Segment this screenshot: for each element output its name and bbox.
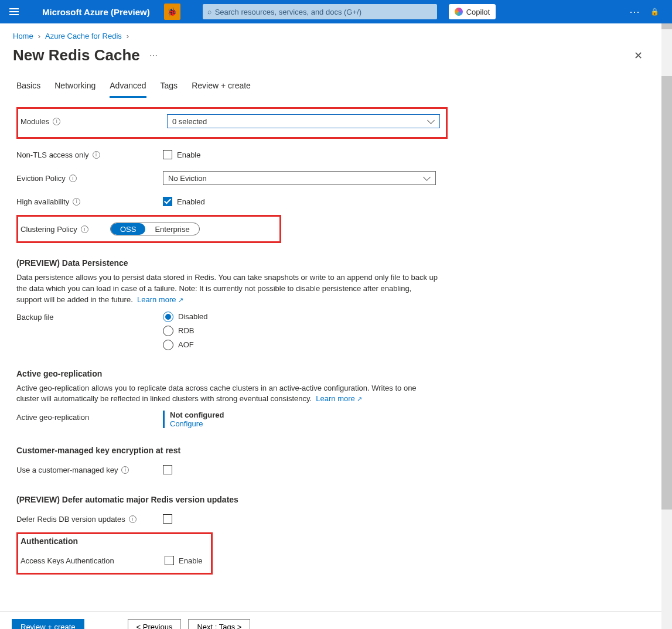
breadcrumb-home[interactable]: Home — [13, 32, 33, 40]
row-clustering: Clustering Policy i OSS Enterprise — [21, 219, 277, 239]
tab-basics[interactable]: Basics — [16, 76, 40, 98]
scroll-thumb[interactable] — [661, 23, 672, 29]
nontls-enable-label: Enable — [177, 151, 200, 159]
main-content: Basics Networking Advanced Tags Review +… — [0, 76, 672, 611]
search-box[interactable]: ⌕ — [203, 4, 437, 19]
ha-value: Enabled — [177, 197, 205, 206]
label-nontls: Non-TLS access only i — [16, 151, 163, 159]
row-defer: Defer Redis DB version updates i — [16, 509, 656, 529]
tab-tags[interactable]: Tags — [161, 76, 178, 98]
heading-defer: (PREVIEW) Defer automatic major Redis ve… — [16, 495, 656, 504]
row-modules: Modules i 0 selected — [21, 111, 444, 131]
eviction-dropdown[interactable]: No Eviction — [163, 171, 436, 185]
label-modules: Modules i — [21, 117, 167, 126]
row-ha: High availability i Enabled — [16, 192, 656, 211]
clustering-enterprise[interactable]: Enterprise — [145, 223, 199, 235]
heading-geo: Active geo-replication — [16, 369, 656, 378]
breadcrumb-service[interactable]: Azure Cache for Redis — [45, 32, 122, 40]
breadcrumb-sep2: › — [127, 32, 129, 40]
previous-button[interactable]: < Previous — [128, 619, 182, 629]
highlight-modules: Modules i 0 selected — [16, 107, 448, 139]
row-cmk: Use a customer-managed key i — [16, 460, 656, 480]
close-icon[interactable]: ✕ — [634, 49, 643, 62]
title-more-icon[interactable]: ⋯ — [149, 51, 158, 60]
geo-status-block: Not configured Configure — [163, 411, 436, 428]
clustering-toggle: OSS Enterprise — [110, 223, 200, 235]
more-icon[interactable]: ⋯ — [629, 5, 641, 18]
desc-geo: Active geo-replication allows you to rep… — [16, 383, 438, 405]
label-auth: Access Keys Authentication — [21, 556, 165, 565]
label-clustering: Clustering Policy i — [21, 225, 110, 234]
brand-label[interactable]: Microsoft Azure (Preview) — [42, 7, 150, 17]
topbar-right: ⋯ 🔒 — [629, 5, 667, 18]
info-icon[interactable]: i — [121, 466, 129, 474]
info-icon[interactable]: i — [129, 515, 137, 523]
page-title: New Redis Cache — [13, 46, 140, 64]
learn-more-persistence[interactable]: Learn more — [137, 295, 183, 304]
scroll-thumb[interactable] — [661, 76, 672, 510]
radio-disabled-label: Disabled — [178, 312, 208, 321]
radio-rdb-label: RDB — [178, 326, 194, 335]
breadcrumb: Home › Azure Cache for Redis › — [0, 23, 672, 44]
highlight-auth: Authentication Access Keys Authenticatio… — [16, 532, 213, 575]
auth-checkbox[interactable] — [165, 556, 174, 565]
label-backup: Backup file — [16, 312, 163, 322]
clustering-oss[interactable]: OSS — [111, 223, 145, 235]
breadcrumb-sep: › — [38, 32, 40, 40]
row-nontls: Non-TLS access only i Enable — [16, 145, 656, 165]
radio-disabled[interactable] — [163, 312, 173, 322]
next-button[interactable]: Next : Tags > — [188, 619, 250, 629]
label-eviction: Eviction Policy i — [16, 174, 163, 183]
tab-networking[interactable]: Networking — [54, 76, 95, 98]
modules-value: 0 selected — [172, 117, 207, 126]
geo-not-configured: Not configured — [170, 411, 436, 419]
desc-persistence: Data persistence allows you to persist d… — [16, 272, 438, 306]
row-backup: Backup file Disabled RDB AOF — [16, 312, 656, 354]
info-icon[interactable]: i — [53, 118, 60, 125]
eviction-value: No Eviction — [168, 174, 207, 183]
row-eviction: Eviction Policy i No Eviction — [16, 168, 656, 188]
defer-checkbox[interactable] — [163, 514, 172, 524]
heading-cmk: Customer-managed key encryption at rest — [16, 446, 656, 455]
heading-auth: Authentication — [21, 536, 209, 546]
row-auth: Access Keys Authentication Enable — [21, 551, 209, 570]
auth-enable-label: Enable — [179, 556, 202, 565]
bug-icon: 🐞 — [167, 7, 177, 16]
radio-rdb[interactable] — [163, 326, 173, 336]
label-cmk: Use a customer-managed key i — [16, 466, 163, 474]
footer: Review + create < Previous Next : Tags > — [0, 611, 672, 629]
lock-icon[interactable]: 🔒 — [650, 8, 659, 16]
nontls-checkbox[interactable] — [163, 150, 172, 159]
info-icon[interactable]: i — [69, 175, 77, 182]
search-input[interactable] — [215, 8, 432, 16]
info-icon[interactable]: i — [93, 151, 100, 159]
modules-dropdown[interactable]: 0 selected — [167, 114, 440, 128]
copilot-icon — [455, 8, 463, 16]
title-row: New Redis Cache ⋯ ✕ — [0, 44, 672, 76]
highlight-clustering: Clustering Policy i OSS Enterprise — [16, 215, 281, 243]
label-defer: Defer Redis DB version updates i — [16, 515, 163, 524]
report-bug-button[interactable]: 🐞 — [164, 4, 180, 20]
scrollbar[interactable] — [661, 23, 672, 629]
radio-aof[interactable] — [163, 340, 173, 350]
heading-persistence: (PREVIEW) Data Persistence — [16, 258, 656, 268]
tabs: Basics Networking Advanced Tags Review +… — [16, 76, 656, 98]
ha-checkbox[interactable] — [163, 197, 172, 206]
topbar: Microsoft Azure (Preview) 🐞 ⌕ Copilot ⋯ … — [0, 0, 672, 23]
learn-more-geo[interactable]: Learn more — [316, 394, 362, 403]
label-ha: High availability i — [16, 197, 163, 206]
info-icon[interactable]: i — [81, 225, 88, 233]
review-create-button[interactable]: Review + create — [12, 619, 84, 629]
label-geo: Active geo-replication — [16, 411, 163, 430]
radio-aof-label: AOF — [178, 340, 194, 349]
info-icon[interactable]: i — [73, 198, 80, 206]
geo-configure-link[interactable]: Configure — [170, 419, 436, 428]
cmk-checkbox[interactable] — [163, 465, 172, 474]
search-icon: ⌕ — [207, 8, 212, 16]
tab-review[interactable]: Review + create — [192, 76, 251, 98]
tab-advanced[interactable]: Advanced — [110, 76, 146, 98]
copilot-label: Copilot — [466, 8, 490, 16]
copilot-button[interactable]: Copilot — [449, 4, 496, 19]
hamburger-menu-icon[interactable] — [9, 6, 21, 18]
row-geo: Active geo-replication Not configured Co… — [16, 411, 656, 430]
